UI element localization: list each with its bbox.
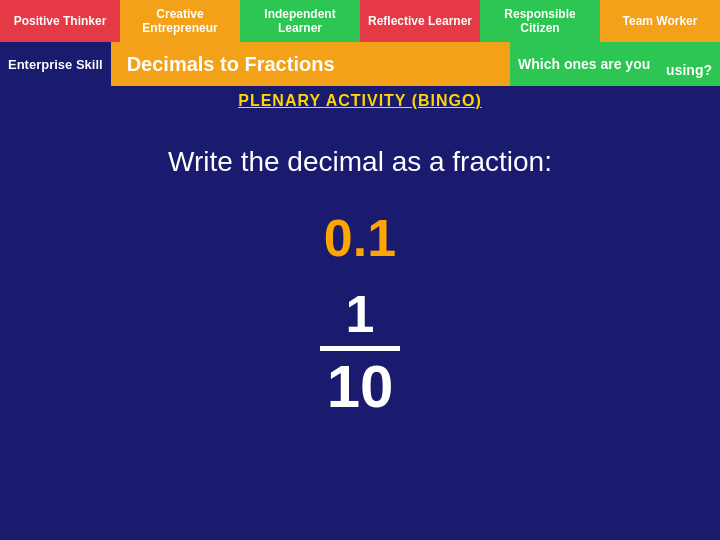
plenary-text: PLENARY ACTIVITY (BINGO)	[238, 92, 482, 109]
using-label: using?	[666, 62, 712, 78]
fraction-display: 1 10	[320, 288, 400, 417]
main-content: Write the decimal as a fraction: 0.1 1 1…	[0, 116, 720, 540]
instruction-text: Write the decimal as a fraction:	[168, 146, 552, 178]
enterprise-label: Enterprise Skill	[0, 42, 111, 86]
title-row: Enterprise Skill Decimals to Fractions W…	[0, 42, 720, 86]
skill-responsible-citizen: Responsible Citizen	[480, 0, 600, 42]
fraction-line	[320, 346, 400, 351]
skill-creative-entrepreneur: Creative Entrepreneur	[120, 0, 240, 42]
skill-positive-thinker: Positive Thinker	[0, 0, 120, 42]
skill-independent-learner: Independent Learner	[240, 0, 360, 42]
skill-bar: Positive Thinker Creative Entrepreneur I…	[0, 0, 720, 42]
fraction-numerator: 1	[346, 288, 375, 340]
decimal-value: 0.1	[324, 208, 396, 268]
fraction-denominator: 10	[327, 357, 394, 417]
plenary-row: PLENARY ACTIVITY (BINGO)	[0, 86, 720, 116]
skill-team-worker: Team Worker	[600, 0, 720, 42]
lesson-title: Decimals to Fractions	[111, 42, 510, 86]
skill-reflective-learner: Reflective Learner	[360, 0, 480, 42]
